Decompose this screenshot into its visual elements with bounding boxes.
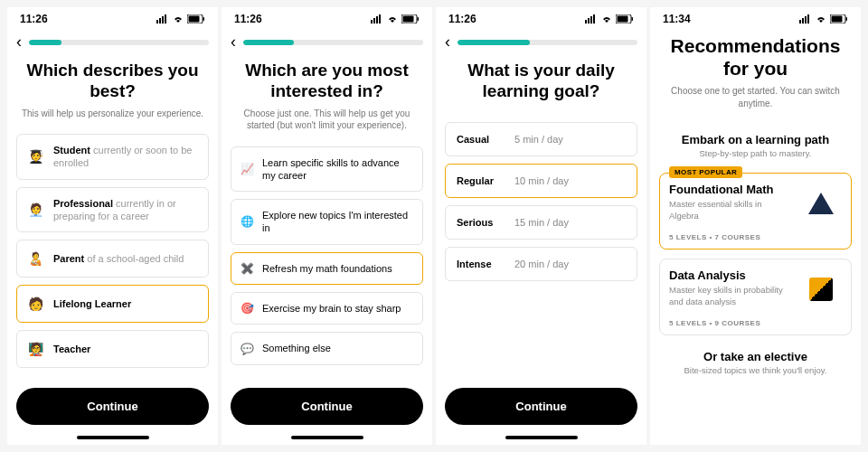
svg-rect-14 xyxy=(585,20,587,24)
card-title: Data Analysis xyxy=(669,268,793,282)
option-label: Teacher xyxy=(53,343,199,355)
data-art-icon xyxy=(800,268,842,310)
option-label: Something else xyxy=(262,342,413,354)
goal-intense[interactable]: Intense 20 min / day xyxy=(445,247,637,281)
goal-regular[interactable]: Regular 10 min / day xyxy=(445,164,637,198)
option-list: 📈 Learn specific skills to advance my ca… xyxy=(222,143,432,379)
signal-icon xyxy=(156,14,169,24)
card-data-analysis[interactable]: Data Analysis Master key skills in proba… xyxy=(659,259,852,335)
svg-rect-6 xyxy=(203,17,205,21)
professional-icon: 🧑‍💼 xyxy=(26,201,44,219)
option-teacher[interactable]: 🧑‍🏫 Teacher xyxy=(16,330,209,368)
recommendation-list: MOST POPULAR Foundational Math Master es… xyxy=(650,158,861,445)
goal-name: Serious xyxy=(457,217,502,228)
nav-row: ‹ xyxy=(222,27,432,61)
svg-rect-5 xyxy=(189,16,200,23)
option-label: Lifelong Learner xyxy=(53,297,199,310)
option-explore-topics[interactable]: 🌐 Explore new topics I'm interested in xyxy=(231,199,423,245)
goal-name: Regular xyxy=(457,175,502,186)
home-indicator[interactable] xyxy=(77,436,149,439)
option-label: Explore new topics I'm interested in xyxy=(262,209,413,235)
option-exercise-brain[interactable]: 🎯 Exercise my brain to stay sharp xyxy=(231,292,423,325)
svg-rect-22 xyxy=(802,18,804,24)
status-bar: 11:34 xyxy=(650,7,861,27)
card-desc: Master key skills in probability and dat… xyxy=(669,285,793,307)
continue-button[interactable]: Continue xyxy=(231,388,423,425)
back-button[interactable]: ‹ xyxy=(231,33,236,52)
section-learning-path: Embark on a learning path Step-by-step p… xyxy=(650,120,861,158)
option-something-else[interactable]: 💬 Something else xyxy=(231,332,423,364)
status-bar: 11:26 xyxy=(222,7,432,27)
progress-bar xyxy=(458,40,637,45)
continue-button[interactable]: Continue xyxy=(16,388,209,425)
svg-rect-8 xyxy=(373,18,375,24)
svg-rect-24 xyxy=(807,14,809,24)
battery-icon xyxy=(616,14,634,24)
svg-rect-15 xyxy=(588,18,590,24)
wifi-icon xyxy=(386,14,399,24)
goal-name: Casual xyxy=(457,134,502,145)
option-label: Professional currently in or preparing f… xyxy=(53,197,199,223)
home-indicator[interactable] xyxy=(291,436,363,439)
card-meta: 5 LEVELS • 9 COURSES xyxy=(669,319,842,327)
option-professional[interactable]: 🧑‍💼 Professional currently in or prepari… xyxy=(16,187,209,233)
back-button[interactable]: ‹ xyxy=(445,33,450,52)
goal-serious[interactable]: Serious 15 min / day xyxy=(445,205,637,240)
status-icons xyxy=(585,14,634,24)
option-list: 🧑‍🎓 Student currently or soon to be enro… xyxy=(7,130,218,379)
page-title: Recommendations for you xyxy=(661,34,850,80)
battery-icon xyxy=(187,14,205,24)
svg-rect-19 xyxy=(618,16,628,23)
screen-interested-in: 11:26 ‹ Which are you most interested in… xyxy=(222,7,432,445)
goal-casual[interactable]: Casual 5 min / day xyxy=(445,122,637,156)
back-button[interactable]: ‹ xyxy=(16,33,22,52)
option-advance-career[interactable]: 📈 Learn specific skills to advance my ca… xyxy=(231,146,423,193)
option-refresh-math[interactable]: ✖️ Refresh my math foundations xyxy=(231,252,423,285)
option-label: Learn specific skills to advance my care… xyxy=(262,156,413,183)
battery-icon xyxy=(830,14,848,24)
option-lifelong-learner[interactable]: 🧑 Lifelong Learner xyxy=(16,285,209,323)
student-icon: 🧑‍🎓 xyxy=(26,147,44,165)
screen-daily-goal: 11:26 ‹ What is your daily learning goal… xyxy=(436,7,646,445)
card-meta: 5 LEVELS • 7 COURSES xyxy=(669,233,842,241)
svg-rect-10 xyxy=(379,14,381,24)
learner-icon: 🧑 xyxy=(26,295,44,313)
goal-name: Intense xyxy=(457,259,502,269)
card-foundational-math[interactable]: MOST POPULAR Foundational Math Master es… xyxy=(659,173,852,250)
status-bar: 11:26 xyxy=(436,7,646,27)
math-icon: ✖️ xyxy=(241,262,253,275)
option-parent[interactable]: 🧑‍🍼 Parent of a school-aged child xyxy=(16,240,209,278)
card-title: Foundational Math xyxy=(669,183,793,196)
progress-bar xyxy=(243,40,423,45)
nav-row: ‹ xyxy=(7,27,218,61)
section-title: Or take an elective xyxy=(670,350,841,363)
status-icons xyxy=(371,14,420,24)
page-title: Which describes you best? xyxy=(18,61,207,102)
nav-row: ‹ xyxy=(436,27,646,61)
continue-button[interactable]: Continue xyxy=(445,388,637,425)
svg-rect-20 xyxy=(632,17,634,21)
option-label: Student currently or soon to be enrolled xyxy=(53,144,199,170)
section-subtitle: Step-by-step path to mastery. xyxy=(661,148,850,158)
target-icon: 🎯 xyxy=(241,302,253,315)
svg-rect-27 xyxy=(846,17,848,21)
goal-value: 20 min / day xyxy=(514,259,569,269)
status-time: 11:26 xyxy=(20,13,48,25)
page-title: Which are you most interested in? xyxy=(232,61,421,102)
goal-value: 15 min / day xyxy=(514,217,569,228)
wifi-icon xyxy=(172,14,184,24)
svg-rect-17 xyxy=(593,14,595,24)
svg-rect-13 xyxy=(418,17,420,21)
status-icons xyxy=(156,14,205,24)
page-title: What is your daily learning goal? xyxy=(447,61,636,102)
section-title: Embark on a learning path xyxy=(661,133,850,146)
option-student[interactable]: 🧑‍🎓 Student currently or soon to be enro… xyxy=(16,134,209,180)
wifi-icon xyxy=(600,14,613,24)
home-indicator[interactable] xyxy=(505,436,578,439)
section-subtitle: Bite-sized topics we think you'll enjoy. xyxy=(670,365,841,375)
teacher-icon: 🧑‍🏫 xyxy=(26,340,44,358)
status-bar: 11:26 xyxy=(7,7,218,27)
math-art-icon xyxy=(800,183,842,224)
svg-rect-16 xyxy=(590,16,592,24)
option-label: Refresh my math foundations xyxy=(262,262,413,275)
